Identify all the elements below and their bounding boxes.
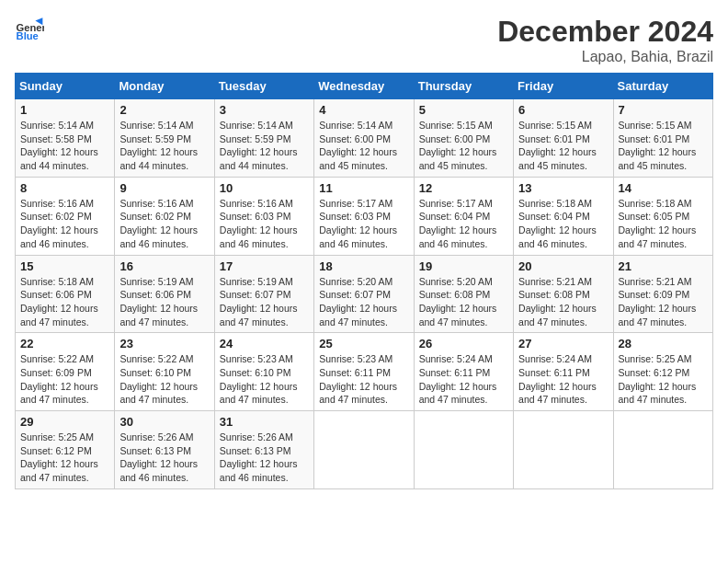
month-title: December 2024 — [497, 15, 713, 49]
day-number: 17 — [220, 259, 309, 273]
calendar-body: 1Sunrise: 5:14 AMSunset: 5:58 PMDaylight… — [16, 99, 713, 489]
day-number: 8 — [20, 181, 109, 195]
day-info: Sunrise: 5:22 AMSunset: 6:10 PMDaylight:… — [119, 352, 209, 407]
day-cell: 4Sunrise: 5:14 AMSunset: 6:00 PMDaylight… — [314, 99, 414, 178]
day-number: 16 — [119, 259, 209, 273]
day-cell: 29Sunrise: 5:25 AMSunset: 6:12 PMDayligh… — [16, 411, 115, 489]
week-row-1: 1Sunrise: 5:14 AMSunset: 5:58 PMDaylight… — [16, 99, 713, 178]
day-cell: 16Sunrise: 5:19 AMSunset: 6:06 PMDayligh… — [115, 255, 214, 333]
day-number: 29 — [20, 415, 109, 429]
day-info: Sunrise: 5:26 AMSunset: 6:13 PMDaylight:… — [119, 431, 209, 485]
col-monday: Monday — [115, 74, 214, 99]
day-number: 15 — [20, 259, 109, 273]
day-info: Sunrise: 5:16 AMSunset: 6:02 PMDaylight:… — [20, 197, 109, 251]
day-cell — [414, 411, 513, 489]
calendar-table: Sunday Monday Tuesday Wednesday Thursday… — [15, 73, 713, 489]
day-info: Sunrise: 5:21 AMSunset: 6:09 PMDaylight:… — [619, 275, 708, 329]
day-info: Sunrise: 5:24 AMSunset: 6:11 PMDaylight:… — [518, 352, 608, 407]
day-number: 13 — [518, 181, 608, 195]
day-number: 19 — [419, 259, 508, 273]
header-row: Sunday Monday Tuesday Wednesday Thursday… — [16, 74, 713, 99]
day-cell: 21Sunrise: 5:21 AMSunset: 6:09 PMDayligh… — [613, 255, 712, 333]
day-info: Sunrise: 5:19 AMSunset: 6:07 PMDaylight:… — [220, 275, 309, 329]
day-info: Sunrise: 5:22 AMSunset: 6:09 PMDaylight:… — [20, 352, 109, 407]
day-number: 26 — [419, 337, 508, 350]
day-number: 14 — [619, 181, 708, 195]
day-info: Sunrise: 5:16 AMSunset: 6:02 PMDaylight:… — [119, 197, 209, 251]
day-cell: 17Sunrise: 5:19 AMSunset: 6:07 PMDayligh… — [214, 255, 313, 333]
day-cell: 31Sunrise: 5:26 AMSunset: 6:13 PMDayligh… — [214, 411, 313, 489]
day-number: 23 — [119, 337, 209, 350]
day-number: 1 — [20, 103, 109, 117]
day-number: 12 — [419, 181, 508, 195]
day-cell: 19Sunrise: 5:20 AMSunset: 6:08 PMDayligh… — [414, 255, 513, 333]
week-row-3: 15Sunrise: 5:18 AMSunset: 6:06 PMDayligh… — [16, 255, 713, 333]
week-row-4: 22Sunrise: 5:22 AMSunset: 6:09 PMDayligh… — [16, 333, 713, 411]
day-cell: 14Sunrise: 5:18 AMSunset: 6:05 PMDayligh… — [613, 177, 712, 255]
day-info: Sunrise: 5:14 AMSunset: 6:00 PMDaylight:… — [319, 119, 408, 173]
col-saturday: Saturday — [613, 74, 712, 99]
day-info: Sunrise: 5:20 AMSunset: 6:07 PMDaylight:… — [319, 275, 408, 329]
day-number: 28 — [619, 337, 708, 350]
day-cell: 22Sunrise: 5:22 AMSunset: 6:09 PMDayligh… — [16, 333, 115, 411]
day-info: Sunrise: 5:14 AMSunset: 5:59 PMDaylight:… — [220, 119, 309, 173]
day-cell: 28Sunrise: 5:25 AMSunset: 6:12 PMDayligh… — [613, 333, 712, 411]
day-number: 18 — [319, 259, 408, 273]
day-number: 24 — [220, 337, 309, 350]
col-friday: Friday — [514, 74, 613, 99]
day-info: Sunrise: 5:18 AMSunset: 6:04 PMDaylight:… — [518, 197, 608, 251]
day-info: Sunrise: 5:15 AMSunset: 6:00 PMDaylight:… — [419, 119, 508, 173]
day-cell: 2Sunrise: 5:14 AMSunset: 5:59 PMDaylight… — [115, 99, 214, 178]
day-info: Sunrise: 5:21 AMSunset: 6:08 PMDaylight:… — [518, 275, 608, 329]
page-header: General Blue December 2024 Lapao, Bahia,… — [15, 15, 713, 65]
logo: General Blue — [15, 15, 44, 44]
day-cell: 25Sunrise: 5:23 AMSunset: 6:11 PMDayligh… — [314, 333, 414, 411]
day-info: Sunrise: 5:25 AMSunset: 6:12 PMDaylight:… — [619, 352, 708, 407]
day-cell: 24Sunrise: 5:23 AMSunset: 6:10 PMDayligh… — [214, 333, 313, 411]
day-number: 7 — [619, 103, 708, 117]
day-info: Sunrise: 5:23 AMSunset: 6:10 PMDaylight:… — [220, 352, 309, 407]
day-cell: 13Sunrise: 5:18 AMSunset: 6:04 PMDayligh… — [514, 177, 613, 255]
day-cell: 3Sunrise: 5:14 AMSunset: 5:59 PMDaylight… — [214, 99, 313, 178]
day-number: 21 — [619, 259, 708, 273]
day-info: Sunrise: 5:14 AMSunset: 5:59 PMDaylight:… — [119, 119, 209, 173]
day-cell — [514, 411, 613, 489]
day-info: Sunrise: 5:19 AMSunset: 6:06 PMDaylight:… — [119, 275, 209, 329]
day-number: 3 — [220, 103, 309, 117]
day-info: Sunrise: 5:20 AMSunset: 6:08 PMDaylight:… — [419, 275, 508, 329]
day-info: Sunrise: 5:25 AMSunset: 6:12 PMDaylight:… — [20, 431, 109, 485]
day-number: 2 — [119, 103, 209, 117]
day-cell — [613, 411, 712, 489]
day-cell: 12Sunrise: 5:17 AMSunset: 6:04 PMDayligh… — [414, 177, 513, 255]
location-subtitle: Lapao, Bahia, Brazil — [497, 49, 713, 65]
col-thursday: Thursday — [414, 74, 513, 99]
day-info: Sunrise: 5:18 AMSunset: 6:06 PMDaylight:… — [20, 275, 109, 329]
day-cell: 11Sunrise: 5:17 AMSunset: 6:03 PMDayligh… — [314, 177, 414, 255]
day-info: Sunrise: 5:26 AMSunset: 6:13 PMDaylight:… — [220, 431, 309, 485]
day-cell: 10Sunrise: 5:16 AMSunset: 6:03 PMDayligh… — [214, 177, 313, 255]
day-number: 22 — [20, 337, 109, 350]
day-cell: 6Sunrise: 5:15 AMSunset: 6:01 PMDaylight… — [514, 99, 613, 178]
title-block: December 2024 Lapao, Bahia, Brazil — [497, 15, 713, 65]
col-sunday: Sunday — [16, 74, 115, 99]
day-cell: 15Sunrise: 5:18 AMSunset: 6:06 PMDayligh… — [16, 255, 115, 333]
day-info: Sunrise: 5:24 AMSunset: 6:11 PMDaylight:… — [419, 352, 508, 407]
day-cell: 7Sunrise: 5:15 AMSunset: 6:01 PMDaylight… — [613, 99, 712, 178]
day-number: 30 — [119, 415, 209, 429]
day-number: 27 — [518, 337, 608, 350]
day-info: Sunrise: 5:16 AMSunset: 6:03 PMDaylight:… — [220, 197, 309, 251]
week-row-5: 29Sunrise: 5:25 AMSunset: 6:12 PMDayligh… — [16, 411, 713, 489]
day-cell: 20Sunrise: 5:21 AMSunset: 6:08 PMDayligh… — [514, 255, 613, 333]
day-info: Sunrise: 5:23 AMSunset: 6:11 PMDaylight:… — [319, 352, 408, 407]
day-cell: 27Sunrise: 5:24 AMSunset: 6:11 PMDayligh… — [514, 333, 613, 411]
day-number: 4 — [319, 103, 408, 117]
day-cell: 5Sunrise: 5:15 AMSunset: 6:00 PMDaylight… — [414, 99, 513, 178]
day-number: 6 — [518, 103, 608, 117]
day-cell: 1Sunrise: 5:14 AMSunset: 5:58 PMDaylight… — [16, 99, 115, 178]
logo-icon: General Blue — [15, 15, 44, 44]
col-tuesday: Tuesday — [214, 74, 313, 99]
day-info: Sunrise: 5:14 AMSunset: 5:58 PMDaylight:… — [20, 119, 109, 173]
day-info: Sunrise: 5:17 AMSunset: 6:04 PMDaylight:… — [419, 197, 508, 251]
day-cell: 30Sunrise: 5:26 AMSunset: 6:13 PMDayligh… — [115, 411, 214, 489]
day-cell: 26Sunrise: 5:24 AMSunset: 6:11 PMDayligh… — [414, 333, 513, 411]
